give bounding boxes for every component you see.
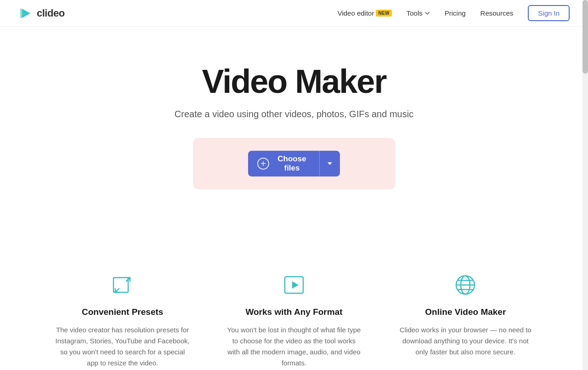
nav-video-editor[interactable]: Video editor NEW — [338, 9, 392, 17]
nav-resources[interactable]: Resources — [481, 9, 514, 17]
choose-files-dropdown-button[interactable] — [320, 151, 340, 176]
feature-any-format: Works with Any Format You won't be lost … — [208, 263, 379, 370]
resize-icon — [110, 272, 136, 298]
logo-text: clideo — [37, 7, 65, 19]
feature-format-title: Works with Any Format — [245, 307, 342, 317]
hero-section: Video Maker Create a video using other v… — [0, 27, 588, 217]
feature-online-desc: Clideo works in your browser — no need t… — [398, 324, 533, 358]
svg-marker-0 — [22, 9, 30, 18]
choose-files-button[interactable]: + Choose files — [248, 151, 340, 176]
dropdown-arrow-icon — [328, 162, 332, 165]
tools-chevron-icon — [424, 11, 430, 16]
nav-tools-label: Tools — [407, 9, 423, 17]
feature-presets-title: Convenient Presets — [82, 307, 163, 317]
svg-marker-4 — [292, 281, 299, 289]
clideo-logo-icon — [18, 6, 33, 21]
new-badge: NEW — [376, 10, 391, 17]
navbar: clideo Video editor NEW Tools Pricing Re… — [0, 0, 588, 27]
nav-pricing[interactable]: Pricing — [445, 9, 466, 17]
play-icon — [281, 272, 307, 298]
upload-area: + Choose files — [193, 138, 395, 189]
nav-video-editor-label: Video editor — [338, 9, 374, 17]
sign-in-button[interactable]: Sign In — [528, 5, 570, 21]
feature-online-maker: Online Video Maker Clideo works in your … — [380, 263, 551, 370]
choose-files-label: Choose files — [274, 154, 310, 173]
feature-presets-desc: The video creator has resolution presets… — [55, 324, 190, 369]
choose-files-main: + Choose files — [248, 151, 319, 176]
plus-icon: + — [257, 158, 269, 170]
logo-area: clideo — [18, 6, 65, 21]
nav-pricing-label: Pricing — [445, 9, 466, 17]
feature-format-desc: You won't be lost in thought of what fil… — [226, 324, 361, 369]
feature-online-title: Online Video Maker — [425, 307, 506, 317]
features-section: Convenient Presets The video creator has… — [0, 235, 588, 370]
hero-title: Video Maker — [202, 63, 386, 100]
svg-marker-1 — [20, 9, 22, 18]
nav-links: Video editor NEW Tools Pricing Resources… — [338, 5, 570, 21]
nav-resources-label: Resources — [481, 9, 514, 17]
hero-subtitle: Create a video using other videos, photo… — [175, 109, 413, 120]
scrollbar-thumb[interactable] — [582, 0, 588, 74]
globe-icon — [452, 272, 478, 298]
scrollbar[interactable] — [582, 0, 588, 370]
feature-convenient-presets: Convenient Presets The video creator has… — [37, 263, 208, 370]
nav-tools[interactable]: Tools — [407, 9, 430, 17]
